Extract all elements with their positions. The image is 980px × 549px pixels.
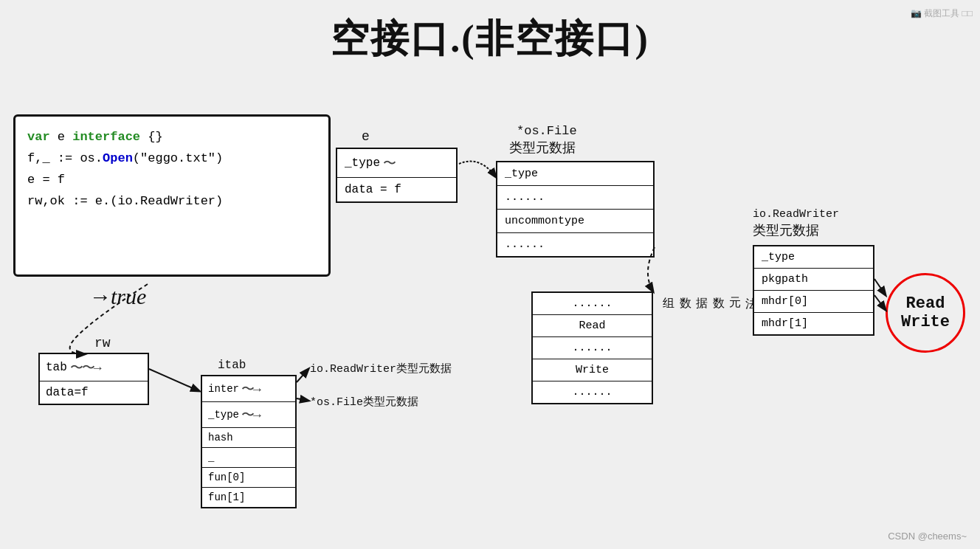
osfile-arrow-label: *os.File类型元数据 [310,395,418,409]
svg-line-2 [297,398,308,401]
code-open-args: ("eggo.txt") [133,151,223,165]
circle-write: Write [901,313,950,331]
rw-meta-type: _type [754,246,873,269]
osfile-cell-uncommon: uncommontype [497,210,653,233]
osfile-cell-type: _type [497,162,653,186]
method-box: ...... Read ...... Write ...... [531,291,653,404]
logo-area: 📷 截图工具 □□ [911,7,973,20]
itab-type: _type 〜→ [202,402,295,428]
code-braces: {} [148,130,162,144]
rw-meta-box: _type pkgpath mhdr[0] mhdr[1] [753,245,874,336]
itab-fun1: fun[1] [202,488,295,507]
keyword-open: Open [103,151,133,165]
e-box: _type 〜 data = f [336,148,458,203]
code-f-assign: f,_ := os. [27,151,103,165]
code-line-2: f,_ := os.Open("eggo.txt") [27,148,317,170]
itab-label: itab [218,359,246,372]
rw-type-zh: 类型元数据 [753,221,819,239]
io-rw-arrow-label: io.ReadWriter类型元数据 [310,362,452,376]
e-cell-type: _type 〜 [337,149,456,178]
rw-meta-mhdr0: mhdr[0] [754,291,873,313]
rw-label: rw [94,336,111,351]
code-line-3: e = f [27,170,317,191]
keyword-var: var [27,130,50,144]
rw-meta-mhdr1: mhdr[1] [754,313,873,334]
keyword-interface: interface [72,130,140,144]
read-write-circle: Read Write [886,273,965,353]
code-var-e: e [58,130,72,144]
code-box: var e interface {} f,_ := os.Open("eggo.… [13,114,331,277]
rw-type-label: io.ReadWriter [753,208,839,221]
watermark: CSDN @cheems~ [888,531,967,542]
rw-cell-tab: tab 〜〜→ [40,354,148,381]
itab-fun0: fun[0] [202,468,295,488]
method-dots3: ...... [533,381,652,403]
page-title: 空接口.(非空接口) [0,0,980,65]
osfile-label: *os.File [517,124,577,138]
e-label: e [362,129,370,144]
rw-box: tab 〜〜→ data=f [38,353,149,405]
rw-cell-data: data=f [40,381,148,404]
osfile-box: _type ...... uncommontype ...... [496,161,655,258]
svg-line-4 [874,295,886,310]
method-write: Write [533,359,652,381]
svg-line-1 [297,369,308,382]
method-dots1: ...... [533,293,652,315]
e-cell-data: data = f [337,178,456,201]
itab-hash: hash [202,428,295,448]
page-container: 空接口.(非空接口) 📷 截图工具 □□ var e interface {} … [0,0,980,549]
itab-inter: inter 〜→ [202,376,295,402]
osfile-cell-dots1: ...... [497,186,653,210]
code-line-4: rw,ok := e.(io.ReadWriter) [27,191,317,213]
method-read: Read [533,315,652,337]
itab-underscore: _ [202,448,295,468]
rw-meta-pkg: pkgpath [754,269,873,291]
osfile-zh-label: 类型元数据 [509,139,576,156]
svg-line-3 [874,279,886,295]
method-dots2: ...... [533,337,652,359]
code-line-1: var e interface {} [27,127,317,148]
svg-line-0 [149,369,199,391]
osfile-cell-dots2: ...... [497,233,653,256]
true-label: →true [89,284,146,309]
circle-read: Read [906,294,945,313]
itab-box: inter 〜→ _type 〜→ hash _ fun[0] fun[1] [201,375,297,508]
